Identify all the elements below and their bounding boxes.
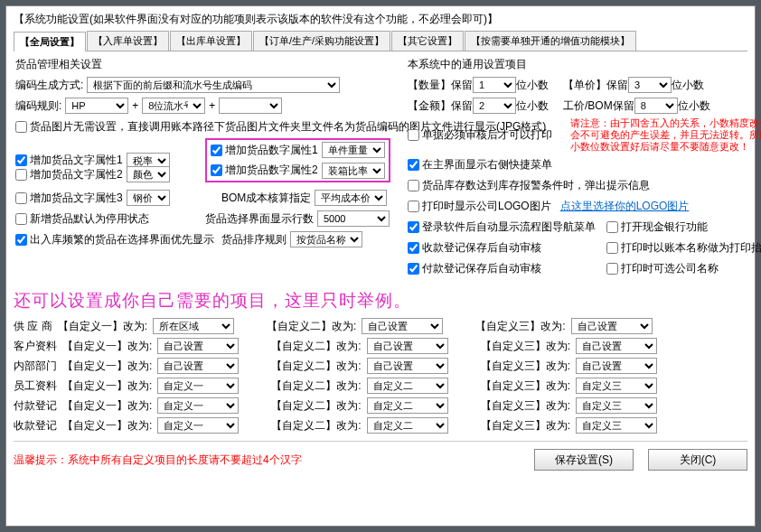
pic-checkbox[interactable]	[15, 121, 27, 133]
custom-c1-select[interactable]: 所在区域	[153, 318, 234, 334]
custom-row: 客户资料【自定义一】改为:自己设置【自定义二】改为:自己设置【自定义三】改为:自…	[14, 338, 747, 354]
tab-outbound[interactable]: 【出库单设置】	[170, 31, 252, 51]
custom-row: 内部部门【自定义一】改为:自己设置【自定义二】改为:自己设置【自定义三】改为:自…	[14, 358, 747, 374]
new-stop-checkbox[interactable]	[15, 213, 27, 225]
custom-c3-select[interactable]: 自定义三	[576, 397, 657, 414]
custom-c3-select[interactable]: 自己设置	[576, 338, 657, 354]
gen-label: 编码生成方式:	[15, 78, 83, 93]
rule-label: 编码规则:	[15, 98, 61, 114]
sort-select[interactable]: 按货品名称	[290, 231, 362, 247]
save-button[interactable]: 保存设置(S)	[534, 449, 634, 471]
custom-c1-select[interactable]: 自定义一	[157, 417, 239, 434]
rule-suffix-select[interactable]	[219, 98, 282, 114]
attr-t1-checkbox[interactable]	[15, 154, 27, 166]
price-select[interactable]: 3	[628, 77, 672, 93]
custom-c1-select[interactable]: 自己设置	[157, 358, 239, 374]
custom-c2-select[interactable]: 自己设置	[362, 318, 443, 334]
new-stop-label: 新增货品默认为停用状态	[30, 211, 149, 227]
chk6-label: 打开现金银行功能	[621, 219, 708, 235]
custom-c1-select[interactable]: 自定义一	[157, 378, 239, 394]
amt-select[interactable]: 2	[473, 98, 516, 114]
custom-group-label: 收款登记	[14, 418, 57, 434]
gen-select[interactable]: 根据下面的前后缀和流水号生成编码	[87, 77, 340, 93]
tab-bar: 【全局设置】 【入库单设置】 【出库单设置】 【订单/生产/采购功能设置】 【其…	[14, 31, 747, 51]
price-dec: 位小数	[672, 78, 704, 93]
custom-c3-select[interactable]: 自定义三	[576, 378, 657, 394]
custom-c3-label: 【自定义三】改为:	[481, 398, 570, 414]
custom-c2-select[interactable]: 自己设置	[367, 358, 448, 374]
custom-c3-select[interactable]: 自定义三	[576, 417, 657, 434]
custom-c2-label: 【自定义二】改为:	[271, 418, 361, 434]
chk3[interactable]	[408, 180, 419, 191]
custom-c1-select[interactable]: 自己设置	[157, 338, 239, 354]
decimal-warning: 请注意：由于四舍五入的关系，小数精度改变会不可避免的产生误差，并且无法逆转。所以…	[570, 117, 761, 153]
attr-t2-checkbox[interactable]	[15, 169, 27, 181]
custom-c2-label: 【自定义二】改为:	[271, 339, 361, 354]
custom-c2-select[interactable]: 自定义二	[367, 417, 448, 434]
attr-n1-checkbox[interactable]	[211, 145, 222, 156]
custom-c3-select[interactable]: 自己设置	[576, 358, 657, 374]
highlight-box: 增加货品数字属性1 单件重量 增加货品数字属性2 装箱比率	[205, 138, 390, 182]
plus-2: +	[205, 99, 219, 112]
chk7[interactable]	[408, 242, 419, 254]
custom-c3-label: 【自定义三】改为:	[481, 359, 570, 374]
rule-prefix-select[interactable]: HP	[65, 98, 128, 114]
chk7-label: 收款登记保存后自动审核	[422, 240, 541, 256]
attr-t3-select[interactable]: 钢价	[127, 190, 170, 206]
custom-c3-select[interactable]: 自己设置	[571, 318, 653, 334]
attr-t3-checkbox[interactable]	[15, 192, 27, 204]
custom-fields-grid: 供 应 商【自定义一】改为:所在区域【自定义二】改为:自己设置【自定义三】改为:…	[14, 318, 747, 434]
attr-t2-label: 增加货品文字属性2	[30, 167, 123, 182]
custom-c1-label: 【自定义一】改为:	[62, 378, 152, 394]
custom-c3-label: 【自定义三】改为:	[481, 418, 570, 434]
qty-dec: 位小数	[516, 78, 549, 93]
bom-label: BOM成本核算指定	[221, 191, 311, 206]
custom-c2-select[interactable]: 自定义二	[367, 397, 448, 414]
right-section-title: 本系统中的通用设置项目	[408, 57, 761, 72]
left-section-title: 货品管理相关设置	[15, 57, 404, 72]
custom-c1-label: 【自定义一】改为:	[62, 359, 152, 374]
custom-c2-label: 【自定义二】改为:	[271, 359, 361, 374]
custom-row: 付款登记【自定义一】改为:自定义一【自定义二】改为:自定义二【自定义三】改为:自…	[14, 397, 747, 414]
custom-c2-select[interactable]: 自定义二	[367, 378, 448, 394]
tab-other[interactable]: 【其它设置】	[391, 31, 464, 51]
custom-c3-label: 【自定义三】改为:	[481, 339, 570, 354]
logo-link[interactable]: 点这里选择你的LOGO图片	[560, 199, 690, 214]
attr-n2-select[interactable]: 装箱比率	[322, 163, 385, 179]
qty-select[interactable]: 1	[473, 77, 516, 93]
custom-row: 收款登记【自定义一】改为:自定义一【自定义二】改为:自定义二【自定义三】改为:自…	[14, 417, 747, 434]
chk8-label: 打印时以账本名称做为打印抬头	[621, 240, 761, 256]
tab-addon[interactable]: 【按需要单独开通的增值功能模块】	[465, 31, 636, 51]
wage-select[interactable]: 8	[634, 98, 678, 114]
rows-label: 货品选择界面显示行数	[205, 211, 314, 227]
chk4[interactable]	[408, 201, 419, 212]
settings-window: 【系统功能设置(如果软件界面没有对应的功能项则表示该版本的软件没有这个功能，不必…	[5, 5, 756, 527]
custom-c3-label: 【自定义三】改为:	[475, 319, 565, 334]
attr-n1-select[interactable]: 单件重量	[322, 142, 385, 158]
close-button[interactable]: 关闭(C)	[648, 449, 747, 471]
chk8[interactable]	[606, 242, 618, 254]
rows-select[interactable]: 5000	[317, 210, 390, 227]
qty-label: 【数量】保留	[408, 78, 473, 93]
tab-order[interactable]: 【订单/生产/采购功能设置】	[253, 31, 390, 51]
custom-c1-label: 【自定义一】改为:	[62, 418, 152, 434]
bom-select[interactable]: 平均成本价	[315, 190, 387, 206]
chk5[interactable]	[408, 221, 419, 233]
custom-group-label: 付款登记	[14, 398, 57, 414]
chk2[interactable]	[408, 159, 419, 171]
chk6[interactable]	[606, 221, 618, 233]
attr-n2-checkbox[interactable]	[211, 164, 222, 176]
chk10[interactable]	[606, 263, 618, 275]
chk1[interactable]	[408, 129, 419, 141]
rule-flow-select[interactable]: 8位流水号	[142, 98, 205, 114]
custom-c2-select[interactable]: 自己设置	[367, 338, 448, 354]
chk9[interactable]	[408, 263, 419, 275]
attr-t2-select[interactable]: 颜色	[127, 166, 170, 182]
tab-inbound[interactable]: 【入库单设置】	[87, 31, 169, 51]
custom-c3-label: 【自定义三】改为:	[481, 378, 570, 394]
custom-group-label: 员工资料	[14, 378, 57, 394]
tab-global[interactable]: 【全局设置】	[14, 32, 86, 51]
custom-c1-select[interactable]: 自定义一	[157, 397, 239, 414]
custom-c1-label: 【自定义一】改为:	[58, 319, 147, 334]
freq-checkbox[interactable]	[15, 234, 27, 246]
